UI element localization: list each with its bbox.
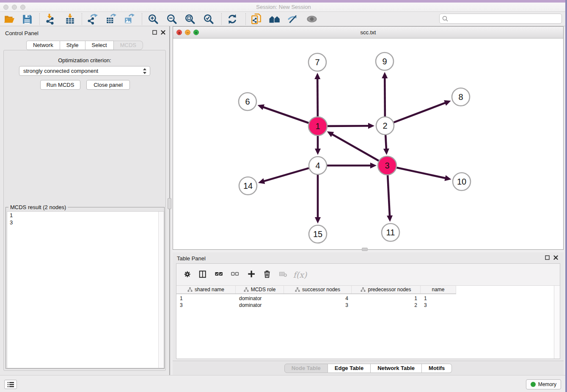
- column-header-MCDS-role[interactable]: MCDS role: [236, 286, 284, 293]
- open-session-button[interactable]: [1, 12, 18, 26]
- result-scrollbar[interactable]: [158, 212, 164, 368]
- zoom-selected-button[interactable]: [200, 12, 217, 26]
- hide-graphics-details-button[interactable]: [284, 12, 301, 26]
- import-network-from-file-button[interactable]: [41, 12, 58, 26]
- column-layout-button[interactable]: [196, 268, 210, 282]
- column-hierarchy-icon: [295, 287, 300, 292]
- apply-preferred-layout-icon: [227, 14, 238, 25]
- table-row[interactable]: 1dominator411: [176, 295, 560, 302]
- graph-edge-arrowhead: [382, 72, 388, 78]
- show-graphics-details-button[interactable]: [303, 12, 320, 26]
- table-row[interactable]: 3dominator323: [176, 302, 560, 309]
- result-item[interactable]: 3: [7, 219, 164, 226]
- graph-edge-1-2[interactable]: [327, 126, 369, 126]
- close-table-panel-icon[interactable]: [553, 254, 559, 260]
- search-field[interactable]: [439, 14, 562, 24]
- export-image-button[interactable]: [121, 12, 138, 26]
- column-header-name[interactable]: name: [421, 286, 456, 293]
- deselect-all-rows-button[interactable]: [228, 268, 243, 282]
- horizontal-splitter-handle[interactable]: [362, 248, 368, 251]
- zoom-selected-icon: [203, 14, 214, 25]
- graph-edge-2-8[interactable]: [394, 102, 446, 122]
- deselect-all-rows-icon: [231, 270, 240, 279]
- apply-preferred-layout-button[interactable]: [224, 12, 241, 26]
- search-input[interactable]: [450, 15, 561, 22]
- table-cell[interactable]: 4: [284, 295, 352, 302]
- add-column-button[interactable]: [245, 268, 259, 282]
- optimization-criterion-select[interactable]: strongly connected component: [19, 66, 150, 76]
- graph-edge-1-7[interactable]: [317, 78, 318, 117]
- export-table-button[interactable]: [102, 12, 119, 26]
- graph-edge-2-3[interactable]: [385, 135, 386, 150]
- toolbar-separator: [142, 13, 142, 25]
- column-header-successor-nodes[interactable]: successor nodes: [284, 286, 352, 293]
- float-table-panel-icon[interactable]: [544, 254, 550, 260]
- mcds-result-list[interactable]: 13: [7, 211, 164, 368]
- mcds-result-title: MCDS result (2 nodes): [8, 204, 68, 210]
- optimization-criterion-label: Optimization criterion:: [4, 57, 165, 63]
- table-cell[interactable]: 3: [284, 302, 352, 309]
- import-network-from-file-icon: [44, 14, 55, 25]
- tab-network-table[interactable]: Network Table: [371, 364, 422, 373]
- titlebar: Session: New Session: [0, 3, 567, 12]
- graph-edge-3-11[interactable]: [388, 175, 390, 217]
- tab-node-table[interactable]: Node Table: [284, 364, 328, 373]
- tab-select[interactable]: Select: [85, 41, 114, 50]
- window-title: Session: New Session: [0, 4, 567, 10]
- graph-node-label: 10: [457, 177, 466, 186]
- delete-column-icon: [263, 270, 272, 279]
- graph-edge-3-10[interactable]: [396, 168, 446, 179]
- tab-network[interactable]: Network: [26, 41, 60, 50]
- tab-edge-table[interactable]: Edge Table: [328, 364, 371, 373]
- table-cell[interactable]: 3: [176, 302, 236, 309]
- delete-table-button: [277, 268, 291, 282]
- tab-style[interactable]: Style: [60, 41, 85, 50]
- table-cell[interactable]: 2: [352, 302, 421, 309]
- table-cell[interactable]: dominator: [236, 302, 284, 309]
- select-stepper-icon: [143, 68, 147, 75]
- task-history-button[interactable]: [4, 380, 17, 389]
- export-network-button[interactable]: [84, 12, 101, 26]
- clone-network-button[interactable]: [248, 12, 264, 26]
- tab-mcds[interactable]: MCDS: [114, 41, 143, 50]
- graph-edge-1-6[interactable]: [262, 107, 309, 123]
- table-cell[interactable]: 1: [352, 295, 421, 302]
- node-table: f(x) shared nameMCDS rolesuccessor nodes…: [176, 263, 560, 359]
- close-panel-icon[interactable]: [160, 29, 166, 35]
- mcds-result-group: MCDS result (2 nodes) 13: [6, 207, 165, 369]
- column-header-label: successor nodes: [302, 287, 340, 293]
- graph-edge-3-1[interactable]: [331, 134, 379, 161]
- graph-edge-arrowhead: [383, 149, 389, 155]
- float-panel-icon[interactable]: [151, 29, 157, 35]
- window-right-edge: [565, 0, 567, 392]
- tab-motifs[interactable]: Motifs: [422, 364, 452, 373]
- column-header-shared-name[interactable]: shared name: [176, 286, 236, 293]
- delete-column-button[interactable]: [261, 268, 275, 282]
- table-cell[interactable]: 1: [421, 295, 456, 302]
- zoom-fit-content-button[interactable]: [182, 12, 198, 26]
- graph-edge-2-9[interactable]: [385, 77, 385, 116]
- show-home-panel-button[interactable]: [266, 12, 283, 26]
- network-canvas[interactable]: 7968124314101511: [173, 39, 563, 249]
- toolbar-separator: [82, 13, 82, 25]
- memory-button[interactable]: Memory: [526, 379, 561, 389]
- graph-edge-arrowhead: [370, 163, 377, 168]
- save-session-button[interactable]: [19, 12, 36, 26]
- table-cell[interactable]: 1: [176, 295, 236, 302]
- result-item[interactable]: 1: [7, 212, 164, 219]
- table-cell[interactable]: 3: [421, 302, 456, 309]
- zoom-out-button[interactable]: [163, 12, 180, 26]
- column-header-predecessor-nodes[interactable]: predecessor nodes: [352, 286, 421, 293]
- run-mcds-button[interactable]: Run MCDS: [40, 80, 80, 90]
- zoom-in-button[interactable]: [145, 12, 162, 26]
- close-panel-button[interactable]: Close panel: [86, 80, 130, 90]
- column-header-label: shared name: [195, 287, 224, 293]
- table-toolbar: f(x): [176, 264, 560, 286]
- vertical-splitter-handle[interactable]: [168, 198, 171, 209]
- select-all-rows-button[interactable]: [212, 268, 227, 282]
- table-scrollbar[interactable]: [554, 286, 560, 359]
- table-settings-button[interactable]: [181, 268, 195, 282]
- table-cell[interactable]: dominator: [236, 295, 284, 302]
- import-table-from-file-button[interactable]: [61, 12, 78, 26]
- graph-edge-4-14[interactable]: [263, 168, 309, 182]
